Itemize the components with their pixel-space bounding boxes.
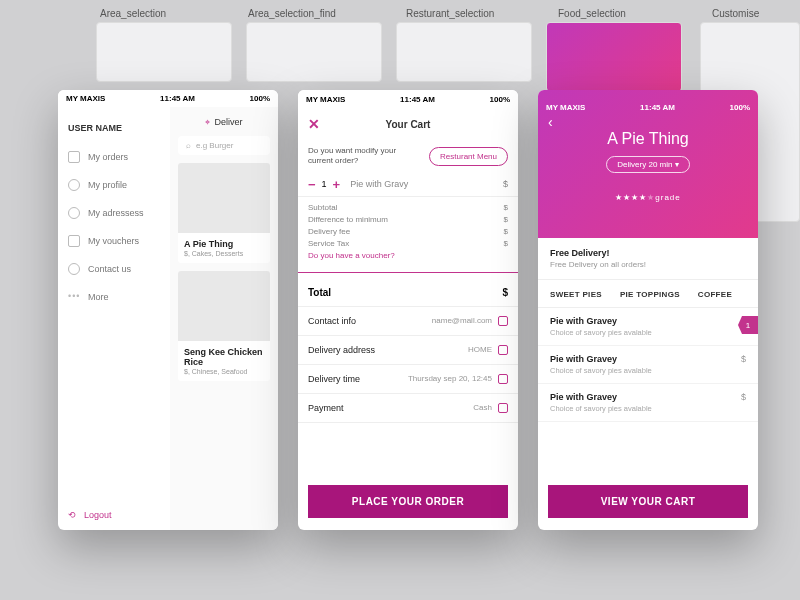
tab-pie-toppings[interactable]: PIE TOPPINGS bbox=[620, 290, 680, 299]
cart-item: − 1 + Pie with Gravy $ bbox=[298, 173, 518, 197]
restaurant-card[interactable]: Seng Kee Chicken Rice $, Chinese, Seafoo… bbox=[178, 271, 270, 381]
status-time: 11:45 AM bbox=[160, 94, 195, 103]
logout-icon: ⟲ bbox=[68, 510, 76, 520]
profile-icon bbox=[68, 179, 80, 191]
menu-my-profile[interactable]: My profile bbox=[68, 179, 160, 191]
status-time: 11:45 AM bbox=[400, 95, 435, 104]
restaurant-title: A Pie Thing bbox=[178, 233, 270, 250]
cart-header: ✕ Your Cart bbox=[298, 108, 518, 140]
bg-label: Food_selection bbox=[558, 8, 626, 19]
back-icon[interactable]: ‹ bbox=[548, 114, 553, 130]
fee-breakdown: Subtotal$ Difference to minimum$ Deliver… bbox=[298, 197, 518, 266]
status-bar: MY MAXIS 11:45 AM 100% bbox=[538, 98, 758, 116]
restaurant-subtitle: $, Chinese, Seafood bbox=[178, 368, 270, 381]
restaurant-feed: ⌖Deliver ⌕e.g Burger A Pie Thing $, Cake… bbox=[170, 107, 278, 530]
delivery-time-pill[interactable]: Delivery 20 min ▾ bbox=[606, 156, 689, 173]
delivery-time-row[interactable]: Delivery timeThursday sep 20, 12:45 bbox=[298, 365, 518, 394]
place-order-button[interactable]: PLACE YOUR ORDER bbox=[308, 485, 508, 518]
pin-icon: ⌖ bbox=[205, 117, 210, 127]
edit-icon[interactable] bbox=[498, 316, 508, 326]
edit-icon[interactable] bbox=[498, 403, 508, 413]
side-menu: USER NAME My orders My profile My adress… bbox=[58, 107, 170, 530]
page-title: Your Cart bbox=[386, 119, 431, 130]
rating-stars: ★★★★★grade bbox=[538, 193, 758, 202]
tab-coffee[interactable]: COFFEE bbox=[698, 290, 732, 299]
status-carrier: MY MAXIS bbox=[546, 103, 585, 112]
payment-row[interactable]: PaymentCash bbox=[298, 394, 518, 423]
qty-plus-button[interactable]: + bbox=[333, 177, 341, 192]
voucher-link[interactable]: Do you have a voucher? bbox=[308, 251, 508, 260]
edit-icon[interactable] bbox=[498, 345, 508, 355]
total-row: Total$ bbox=[298, 279, 518, 307]
restaurant-title: Seng Kee Chicken Rice bbox=[178, 341, 270, 368]
delivery-address-row[interactable]: Delivery addressHOME bbox=[298, 336, 518, 365]
status-battery: 100% bbox=[250, 94, 270, 103]
menu-contact-us[interactable]: Contact us bbox=[68, 263, 160, 275]
restaurant-name: A Pie Thing bbox=[538, 130, 758, 148]
voucher-icon bbox=[68, 235, 80, 247]
screen-menu: MY MAXIS 11:45 AM 100% USER NAME My orde… bbox=[58, 90, 278, 530]
more-icon: ••• bbox=[68, 291, 80, 303]
bg-label: Customise bbox=[712, 8, 759, 19]
edit-icon[interactable] bbox=[498, 374, 508, 384]
menu-more[interactable]: •••More bbox=[68, 291, 160, 303]
free-delivery-banner: Free Delivery! Free Delivery on all orde… bbox=[538, 238, 758, 280]
view-cart-button[interactable]: VIEW YOUR CART bbox=[548, 485, 748, 518]
bg-label: Area_selection_find bbox=[248, 8, 336, 19]
chat-icon bbox=[68, 263, 80, 275]
divider bbox=[298, 272, 518, 273]
cart-count-badge[interactable]: 1 bbox=[738, 316, 758, 334]
restaurant-hero: MY MAXIS 11:45 AM 100% ‹ A Pie Thing Del… bbox=[538, 90, 758, 238]
restaurant-card[interactable]: A Pie Thing $, Cakes, Desserts bbox=[178, 163, 270, 263]
cart-item-price: $ bbox=[503, 179, 508, 189]
user-name: USER NAME bbox=[68, 123, 160, 133]
bg-label: Area_selection bbox=[100, 8, 166, 19]
status-bar: MY MAXIS 11:45 AM 100% bbox=[58, 90, 278, 107]
category-tabs: SWEET PIES PIE TOPPINGS COFFEE bbox=[538, 280, 758, 308]
modify-prompt: Do you want modify your current order? bbox=[308, 146, 408, 167]
status-battery: 100% bbox=[490, 95, 510, 104]
status-bar: MY MAXIS 11:45 AM 100% bbox=[298, 90, 518, 108]
menu-item[interactable]: Pie with GraveyChoice of savory pies ava… bbox=[538, 308, 758, 346]
orders-icon bbox=[68, 151, 80, 163]
cart-item-name: Pie with Gravy bbox=[350, 179, 503, 189]
location-icon bbox=[68, 207, 80, 219]
menu-item[interactable]: Pie with GraveyChoice of savory pies ava… bbox=[538, 384, 758, 422]
restaurant-image bbox=[178, 271, 270, 341]
chevron-down-icon: ▾ bbox=[675, 160, 679, 169]
screen-restaurant: MY MAXIS 11:45 AM 100% ‹ A Pie Thing Del… bbox=[538, 90, 758, 530]
search-input[interactable]: ⌕e.g Burger bbox=[178, 136, 270, 155]
screen-cart: MY MAXIS 11:45 AM 100% ✕ Your Cart Do yo… bbox=[298, 90, 518, 530]
bg-label: Resturant_selection bbox=[406, 8, 494, 19]
status-carrier: MY MAXIS bbox=[306, 95, 345, 104]
tab-sweet-pies[interactable]: SWEET PIES bbox=[550, 290, 602, 299]
menu-my-orders[interactable]: My orders bbox=[68, 151, 160, 163]
restaurant-subtitle: $, Cakes, Desserts bbox=[178, 250, 270, 263]
status-carrier: MY MAXIS bbox=[66, 94, 105, 103]
qty-value: 1 bbox=[322, 179, 327, 189]
qty-minus-button[interactable]: − bbox=[308, 177, 316, 192]
status-battery: 100% bbox=[730, 103, 750, 112]
restaurant-menu-button[interactable]: Resturant Menu bbox=[429, 147, 508, 166]
search-icon: ⌕ bbox=[186, 141, 191, 150]
menu-item[interactable]: Pie with GraveyChoice of savory pies ava… bbox=[538, 346, 758, 384]
contact-info-row[interactable]: Contact infoname@mail.com bbox=[298, 307, 518, 336]
deliver-to[interactable]: ⌖Deliver bbox=[178, 117, 270, 128]
status-time: 11:45 AM bbox=[640, 103, 675, 112]
logout-button[interactable]: ⟲Logout bbox=[68, 510, 160, 520]
close-icon[interactable]: ✕ bbox=[308, 116, 320, 132]
restaurant-image bbox=[178, 163, 270, 233]
menu-my-vouchers[interactable]: My vouchers bbox=[68, 235, 160, 247]
menu-my-addresses[interactable]: My adressess bbox=[68, 207, 160, 219]
